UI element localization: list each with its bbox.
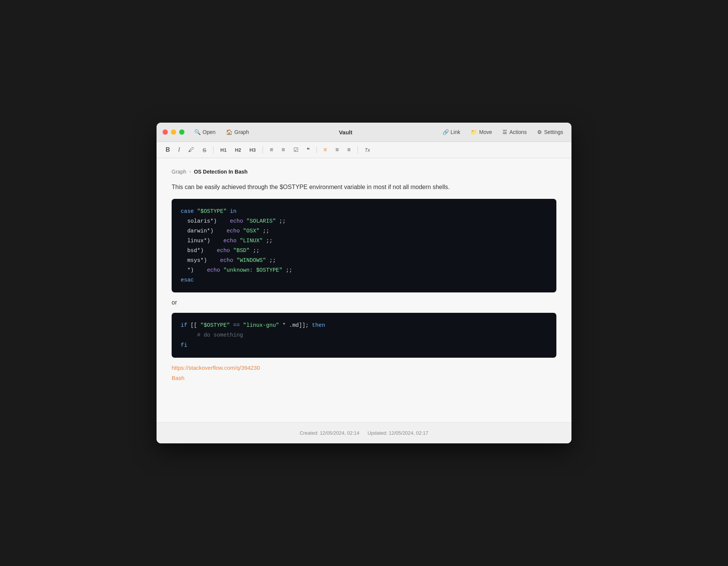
code-block-2: if [[ "$OSTYPE" == "linux-gnu" * .md]]; … — [172, 313, 556, 357]
code-line-1: case "$OSTYPE" in — [181, 206, 547, 216]
breadcrumb-current: OS Detection In Bash — [194, 169, 247, 175]
main-content: Graph › OS Detection In Bash This can be… — [157, 158, 571, 422]
breadcrumb-parent[interactable]: Graph — [172, 169, 186, 175]
window-title: Vault — [256, 129, 435, 135]
home-icon: 🏠 — [226, 129, 232, 135]
code-line-5: bsd*) echo "BSD" ;; — [181, 246, 547, 255]
close-button[interactable] — [163, 129, 168, 135]
tag-bash[interactable]: Bash — [172, 375, 184, 381]
maximize-button[interactable] — [179, 129, 184, 135]
breadcrumb: Graph › OS Detection In Bash — [172, 169, 556, 175]
folder-icon: 📁 — [471, 129, 477, 135]
align-center-button[interactable]: ≡ — [332, 145, 342, 155]
stackoverflow-link[interactable]: https://stackoverflow.com/q/394230 — [172, 365, 556, 371]
graph-button[interactable]: 🏠 Graph — [224, 128, 251, 136]
open-button[interactable]: 🔍 Open — [192, 128, 218, 136]
code-line-3: darwin*) echo "OSX" ;; — [181, 226, 547, 236]
separator-3 — [316, 146, 317, 153]
separator-1 — [213, 146, 213, 153]
code-line-8: esac — [181, 275, 547, 285]
unordered-list-button[interactable]: ≡ — [267, 145, 276, 155]
graph-label: Graph — [234, 129, 249, 135]
or-text: or — [172, 299, 556, 306]
move-label: Move — [479, 129, 492, 135]
code-line-4: linux*) echo "LINUX" ;; — [181, 236, 547, 246]
gear-icon: ⚙ — [537, 129, 542, 135]
traffic-lights — [163, 129, 184, 135]
intro-paragraph: This can be easily achieved through the … — [172, 182, 556, 192]
titlebar-left: 🔍 Open 🏠 Graph — [192, 128, 251, 136]
minimize-button[interactable] — [171, 129, 176, 135]
menu-icon: ☰ — [502, 129, 507, 135]
updated-date: Updated: 12/05/2024, 02:17 — [367, 430, 428, 436]
titlebar: 🔍 Open 🏠 Graph Vault 🔗 Link 📁 Move ☰ Act… — [157, 123, 571, 142]
titlebar-right: 🔗 Link 📁 Move ☰ Actions ⚙ Settings — [440, 128, 565, 136]
align-right-button[interactable]: ≡ — [344, 145, 353, 155]
link-icon: 🔗 — [442, 129, 449, 135]
h3-button[interactable]: H3 — [246, 146, 259, 154]
actions-label: Actions — [509, 129, 527, 135]
code-line-if-3: fi — [181, 340, 547, 350]
strikethrough-button[interactable]: S — [200, 145, 209, 155]
align-left-button[interactable]: ≡ — [321, 145, 330, 155]
move-button[interactable]: 📁 Move — [468, 128, 494, 136]
breadcrumb-separator: › — [189, 169, 191, 174]
actions-button[interactable]: ☰ Actions — [500, 128, 529, 136]
footer: Created: 12/05/2024, 02:14 Updated: 12/0… — [157, 422, 571, 443]
clear-formatting-button[interactable]: Tx — [362, 146, 373, 154]
code-line-6: msys*) echo "WINDOWS" ;; — [181, 255, 547, 265]
bold-button[interactable]: B — [163, 145, 173, 155]
italic-button[interactable]: I — [175, 145, 183, 155]
code-line-7: *) echo "unknown: $OSTYPE" ;; — [181, 265, 547, 275]
ordered-list-button[interactable]: ≡ — [278, 145, 288, 155]
code-block-1: case "$OSTYPE" in solaris*) echo "SOLARI… — [172, 199, 556, 293]
highlight-button[interactable]: 🖊 — [185, 145, 197, 155]
code-line-if-2: # do something — [181, 330, 547, 340]
search-icon: 🔍 — [194, 129, 201, 135]
task-list-button[interactable]: ☑ — [290, 145, 301, 155]
open-label: Open — [203, 129, 215, 135]
formatting-toolbar: B I 🖊 S H1 H2 H3 ≡ ≡ ☑ ❝ ≡ ≡ ≡ Tx — [157, 142, 571, 158]
link-button[interactable]: 🔗 Link — [440, 128, 463, 136]
separator-2 — [263, 146, 263, 153]
settings-label: Settings — [544, 129, 563, 135]
h2-button[interactable]: H2 — [232, 146, 244, 154]
created-date: Created: 12/05/2024, 02:14 — [299, 430, 359, 436]
code-line-2: solaris*) echo "SOLARIS" ;; — [181, 216, 547, 226]
link-label: Link — [451, 129, 461, 135]
quote-button[interactable]: ❝ — [304, 145, 313, 155]
h1-button[interactable]: H1 — [217, 146, 230, 154]
app-window: 🔍 Open 🏠 Graph Vault 🔗 Link 📁 Move ☰ Act… — [157, 123, 571, 443]
code-line-if-1: if [[ "$OSTYPE" == "linux-gnu" * .md]]; … — [181, 320, 547, 330]
settings-button[interactable]: ⚙ Settings — [535, 128, 565, 136]
separator-4 — [358, 146, 358, 153]
